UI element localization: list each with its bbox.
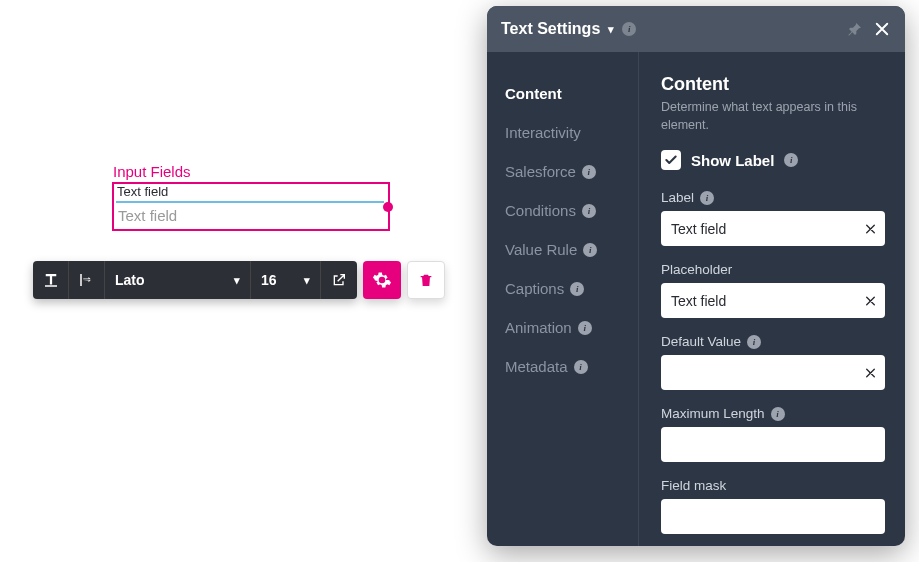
formatting-toolbar: Lato ▾ 16 ▾ — [33, 261, 445, 299]
field-group-default-value: Default Value i — [661, 334, 885, 390]
info-icon[interactable]: i — [700, 191, 714, 205]
settings-panel: Text Settings ▾ i Content Interactivity … — [487, 6, 905, 546]
nav-item-conditions[interactable]: Conditions i — [505, 191, 638, 230]
info-icon: i — [582, 204, 596, 218]
font-size-select[interactable]: 16 ▾ — [251, 261, 321, 299]
check-icon — [664, 153, 678, 167]
info-icon: i — [578, 321, 592, 335]
chevron-down-icon: ▾ — [234, 274, 240, 287]
trash-icon — [418, 272, 434, 288]
text-style-button[interactable] — [33, 261, 69, 299]
default-value-input[interactable] — [661, 355, 885, 390]
open-external-button[interactable] — [321, 261, 357, 299]
panel-content: Content Determine what text appears in t… — [639, 52, 905, 546]
nav-item-interactivity[interactable]: Interactivity — [505, 113, 638, 152]
nav-label: Metadata — [505, 358, 568, 375]
field-mask-input[interactable] — [661, 499, 885, 534]
panel-header-actions — [847, 20, 891, 38]
field-group-field-mask: Field mask — [661, 478, 885, 534]
field-label: Placeholder — [661, 262, 885, 277]
nav-label: Animation — [505, 319, 572, 336]
clear-button[interactable] — [864, 222, 877, 235]
info-icon: i — [583, 243, 597, 257]
nav-label: Interactivity — [505, 124, 581, 141]
panel-body: Content Interactivity Salesforce i Condi… — [487, 52, 905, 546]
info-icon: i — [570, 282, 584, 296]
nav-item-value-rule[interactable]: Value Rule i — [505, 230, 638, 269]
gear-icon — [372, 270, 392, 290]
field-label-text: Maximum Length — [661, 406, 765, 421]
info-icon: i — [582, 165, 596, 179]
close-icon — [873, 20, 891, 38]
close-icon — [864, 366, 877, 379]
clear-button[interactable] — [864, 294, 877, 307]
show-label-text: Show Label — [691, 152, 774, 169]
pin-button[interactable] — [847, 21, 863, 37]
panel-nav: Content Interactivity Salesforce i Condi… — [487, 52, 639, 546]
svg-rect-1 — [80, 274, 82, 286]
show-label-row: Show Label i — [661, 150, 885, 170]
panel-title-dropdown[interactable]: Text Settings ▾ i — [501, 20, 636, 38]
align-button[interactable] — [69, 261, 105, 299]
field-group-placeholder: Placeholder — [661, 262, 885, 318]
close-icon — [864, 294, 877, 307]
field-group-maximum-length: Maximum Length i — [661, 406, 885, 462]
field-group-label: Label i — [661, 190, 885, 246]
label-input[interactable] — [661, 211, 885, 246]
font-size-value: 16 — [261, 272, 277, 288]
info-icon: i — [574, 360, 588, 374]
delete-button[interactable] — [407, 261, 445, 299]
resize-handle[interactable] — [383, 202, 393, 212]
close-button[interactable] — [873, 20, 891, 38]
field-label-text: Label — [661, 190, 694, 205]
field-label: Default Value i — [661, 334, 885, 349]
nav-label: Value Rule — [505, 241, 577, 258]
nav-label: Conditions — [505, 202, 576, 219]
clear-button[interactable] — [864, 366, 877, 379]
font-family-value: Lato — [115, 272, 145, 288]
nav-item-captions[interactable]: Captions i — [505, 269, 638, 308]
settings-button[interactable] — [363, 261, 401, 299]
nav-label: Content — [505, 85, 562, 102]
maximum-length-input[interactable] — [661, 427, 885, 462]
show-label-checkbox[interactable] — [661, 150, 681, 170]
field-label-text: Placeholder — [661, 262, 732, 277]
field-label: Maximum Length i — [661, 406, 885, 421]
info-icon[interactable]: i — [771, 407, 785, 421]
svg-rect-0 — [45, 285, 57, 287]
widget-placeholder: Text field — [118, 207, 177, 224]
pin-icon — [847, 21, 863, 37]
toolbar-dark-group: Lato ▾ 16 ▾ — [33, 261, 357, 299]
info-icon[interactable]: i — [622, 22, 636, 36]
field-label-text: Default Value — [661, 334, 741, 349]
nav-item-animation[interactable]: Animation i — [505, 308, 638, 347]
placeholder-input[interactable] — [661, 283, 885, 318]
field-label-text: Field mask — [661, 478, 726, 493]
panel-title: Text Settings — [501, 20, 600, 38]
widget-label: Text field — [117, 184, 168, 199]
widget-title: Input Fields — [113, 163, 191, 180]
close-icon — [864, 222, 877, 235]
chevron-down-icon: ▾ — [608, 23, 614, 36]
nav-item-content[interactable]: Content — [505, 74, 638, 113]
nav-label: Salesforce — [505, 163, 576, 180]
nav-label: Captions — [505, 280, 564, 297]
field-label: Field mask — [661, 478, 885, 493]
external-link-icon — [331, 272, 347, 288]
content-description: Determine what text appears in this elem… — [661, 99, 885, 134]
input-field-widget[interactable]: Text field Text field — [112, 182, 390, 231]
widget-input-area[interactable]: Text field — [116, 201, 384, 228]
panel-header: Text Settings ▾ i — [487, 6, 905, 52]
info-icon[interactable]: i — [784, 153, 798, 167]
nav-item-metadata[interactable]: Metadata i — [505, 347, 638, 386]
font-family-select[interactable]: Lato ▾ — [105, 261, 251, 299]
chevron-down-icon: ▾ — [304, 274, 310, 287]
align-left-icon — [78, 271, 96, 289]
content-heading: Content — [661, 74, 885, 95]
text-color-icon — [42, 271, 60, 289]
info-icon[interactable]: i — [747, 335, 761, 349]
field-label: Label i — [661, 190, 885, 205]
nav-item-salesforce[interactable]: Salesforce i — [505, 152, 638, 191]
